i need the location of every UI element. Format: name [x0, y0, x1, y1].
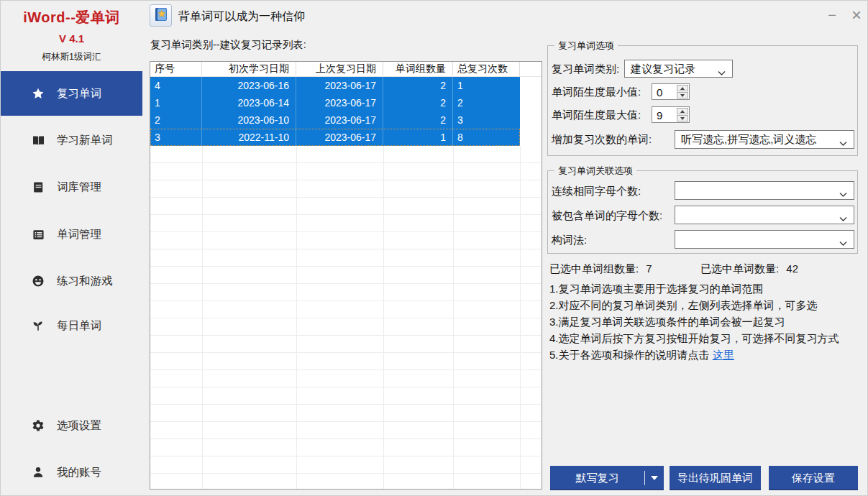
review-records-table[interactable]: 序号 初次学习日期 上次复习日期 单词组数量 总复习次数 4 2023-06-1… [150, 61, 542, 490]
spinner-down-button[interactable] [677, 115, 688, 121]
selected-words-value: 42 [786, 262, 798, 275]
min-strangeness-label: 单词陌生度最小值: [552, 86, 641, 99]
note-line: 5.关于各选项和操作的说明请点击 这里 [549, 349, 734, 362]
dictation-review-button[interactable]: 默写复习 [550, 466, 644, 490]
note-line: 2.对应不同的复习单词类别，左侧列表选择单词，可多选 [549, 299, 818, 313]
min-strangeness-spinner[interactable]: 0 [652, 83, 690, 100]
word-formation-dropdown[interactable] [675, 230, 854, 249]
table-header-filler [520, 62, 542, 76]
contained-letters-label: 被包含单词的字母个数: [552, 209, 662, 223]
sidebar-item-label: 单词管理 [57, 227, 101, 242]
table-cell[interactable]: 2 [150, 111, 202, 129]
table-header-cell[interactable]: 总复习次数 [453, 62, 520, 76]
sidebar-item-label: 词库管理 [57, 180, 101, 195]
triangle-down-icon [651, 476, 658, 480]
table-cell[interactable]: 2 [383, 111, 453, 129]
selected-words-label: 已选中单词数量: [700, 262, 779, 275]
selected-groups-value: 7 [646, 262, 652, 275]
chevron-down-icon [839, 137, 847, 142]
chevron-down-icon [839, 188, 847, 193]
gear-icon [31, 418, 45, 433]
category-dropdown[interactable]: 建议复习记录 [624, 60, 733, 78]
table-cell[interactable]: 4 [150, 77, 202, 94]
table-cell[interactable]: 2023-06-14 [202, 94, 296, 111]
spinner-up-button[interactable] [677, 108, 688, 114]
table-cell[interactable]: 2 [383, 94, 453, 111]
star-icon [31, 86, 45, 101]
category-label: 复习单词类别: [552, 63, 619, 76]
sidebar-item-label: 学习新单词 [57, 133, 113, 148]
note-line: 1.复习单词选项主要用于选择复习的单词范围 [549, 283, 764, 296]
sidebar-item-options-settings[interactable]: 选项设置 [1, 413, 142, 438]
review-mode-dropdown-button[interactable] [645, 466, 664, 490]
triangle-up-icon [680, 110, 685, 113]
table-cell[interactable]: 1 [383, 129, 453, 146]
table-cell[interactable]: 8 [453, 129, 520, 146]
list-title: 复习单词类别--建议复习记录列表: [150, 38, 306, 52]
table-cell[interactable]: 2023-06-17 [296, 94, 383, 111]
word-list-icon [31, 227, 45, 242]
spinner-up-button[interactable] [677, 85, 688, 91]
table-cell[interactable]: 2023-06-16 [202, 77, 296, 94]
group-title: 复习单词选项 [554, 40, 618, 52]
chevron-down-icon [839, 212, 847, 218]
contained-letters-dropdown[interactable] [675, 206, 854, 224]
table-cell[interactable]: 1 [453, 77, 520, 94]
table-cell[interactable]: 2023-06-17 [296, 129, 383, 146]
group-title: 复习单词关联选项 [554, 165, 636, 178]
sidebar-item-label: 选项设置 [57, 418, 101, 433]
word-formation-label: 构词法: [552, 234, 587, 247]
max-strangeness-value: 9 [657, 109, 662, 121]
table-cell[interactable]: 2023-06-17 [296, 111, 383, 129]
table-cell[interactable]: 1 [150, 94, 202, 111]
sidebar-item-practice-games[interactable]: 练习和游戏 [1, 269, 142, 293]
sidebar-item-learn-new-words[interactable]: 学习新单词 [1, 128, 142, 152]
table-row-selected-focused[interactable]: 3 2022-11-10 2023-06-17 1 8 [150, 129, 542, 146]
table-row-selected[interactable]: 2 2023-06-10 2023-06-17 2 3 [150, 111, 542, 129]
same-letters-dropdown[interactable] [675, 181, 854, 200]
table-header-cell[interactable]: 单词组数量 [383, 62, 453, 76]
table-body[interactable]: 4 2023-06-16 2023-06-17 2 1 1 2023-06-14… [150, 77, 542, 489]
increase-review-dropdown[interactable]: 听写遗忘,拼写遗忘,词义遗忘 [675, 130, 854, 149]
chevron-down-icon [718, 66, 726, 72]
sidebar-item-review-words[interactable]: 复习单词 [1, 71, 142, 116]
selected-groups-label: 已选中单词组数量: [549, 262, 639, 275]
table-cell-filler [520, 94, 542, 111]
sidebar-item-my-account[interactable]: 我的账号 [1, 460, 142, 484]
save-settings-button[interactable]: 保存设置 [769, 466, 858, 490]
table-row-selected[interactable]: 1 2023-06-14 2023-06-17 2 2 [150, 94, 542, 111]
table-header-cell[interactable]: 序号 [150, 62, 202, 76]
table-row-selected[interactable]: 4 2023-06-16 2023-06-17 2 1 [150, 77, 542, 94]
max-strangeness-spinner[interactable]: 9 [652, 106, 690, 123]
sidebar-item-daily-word[interactable]: 每日单词 [1, 313, 142, 338]
note-line-text: 5.关于各选项和操作的说明请点击 [549, 349, 713, 361]
sidebar-item-wordbank-management[interactable]: 词库管理 [1, 175, 142, 199]
table-header-cell[interactable]: 初次学习日期 [202, 62, 296, 76]
app-window: iWord--爱单词 V 4.1 柯林斯1级词汇 背单词可以成为一种信仰 − ×… [0, 0, 868, 496]
table-cell[interactable]: 2023-06-17 [296, 77, 383, 94]
smiley-icon [31, 274, 45, 288]
min-strangeness-value: 0 [657, 86, 662, 98]
table-cell[interactable]: 3 [453, 111, 520, 129]
help-link[interactable]: 这里 [713, 349, 734, 361]
export-words-button[interactable]: 导出待巩固单词 [670, 466, 761, 490]
book-star-icon-button[interactable] [150, 4, 172, 27]
sidebar-item-label: 练习和游戏 [57, 274, 113, 289]
book-star-icon [153, 6, 169, 25]
spinner-down-button[interactable] [677, 92, 688, 98]
same-letters-label: 连续相同字母个数: [552, 185, 641, 198]
person-icon [31, 465, 45, 479]
dictation-review-split-button[interactable]: 默写复习 [550, 466, 664, 490]
table-cell[interactable]: 2 [383, 77, 453, 94]
sidebar-item-label: 复习单词 [57, 86, 101, 101]
app-version: V 4.1 [1, 32, 142, 45]
table-cell[interactable]: 2022-11-10 [202, 129, 296, 146]
close-button[interactable]: × [845, 4, 868, 27]
table-cell[interactable]: 2023-06-10 [202, 111, 296, 129]
sidebar-item-word-management[interactable]: 单词管理 [1, 222, 142, 247]
table-cell[interactable]: 2 [453, 94, 520, 111]
minimize-button[interactable]: − [821, 4, 844, 27]
table-cell[interactable]: 3 [150, 129, 202, 146]
table-header-cell[interactable]: 上次复习日期 [296, 62, 383, 76]
sidebar-item-label: 每日单词 [57, 318, 101, 334]
